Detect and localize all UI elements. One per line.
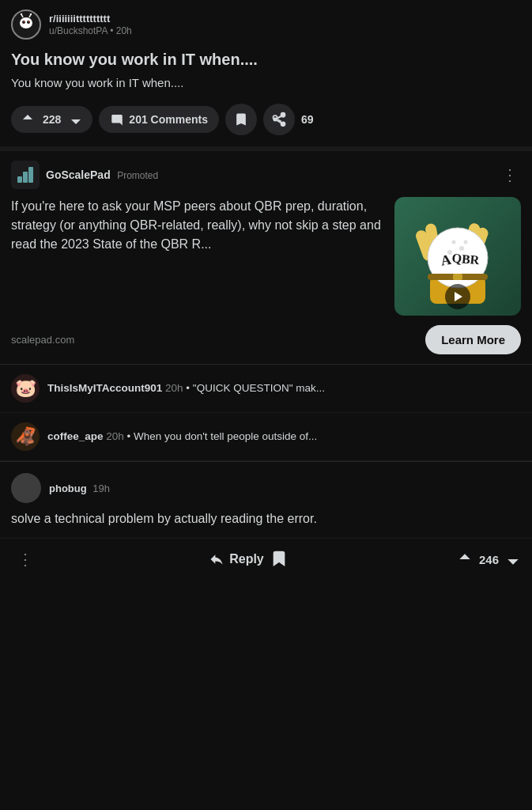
comment-preview-2: When you don't tell people outside of...	[134, 430, 317, 442]
learn-more-button[interactable]: Learn More	[425, 325, 521, 354]
comment-vote-group: 246	[457, 551, 521, 567]
vote-group[interactable]: 228	[11, 106, 92, 133]
comment-vote-count: 246	[479, 553, 499, 566]
comment-avatar-1: 🐷	[11, 374, 40, 403]
ad-footer: scalepad.com Learn More	[11, 325, 521, 354]
brand-name: GoScalePad	[46, 168, 111, 181]
ad-domain: scalepad.com	[11, 334, 74, 346]
post-meta: r/iiiiiiitttttttttt u/BuckshotPA • 20h	[49, 13, 132, 36]
reply-button[interactable]: Reply	[209, 551, 264, 567]
svg-point-25	[459, 246, 464, 251]
comment-row-1[interactable]: 🐷 ThisIsMyITAccount901 20h • "QUICK QUES…	[0, 365, 532, 413]
svg-point-3	[27, 21, 30, 24]
upvote-count: 228	[43, 113, 61, 126]
comment-meta-2: coffee_ape 20h • When you don't tell peo…	[47, 430, 317, 445]
comment-preview-1: "QUICK QUESTION" mak...	[193, 382, 325, 394]
comments-icon	[110, 112, 124, 127]
svg-rect-15	[17, 176, 22, 183]
comment-row-2[interactable]: 🦧 coffee_ape 20h • When you don't tell p…	[0, 413, 532, 461]
comment-time-1: 20h	[165, 382, 183, 394]
save-button[interactable]	[225, 104, 257, 135]
expanded-comment-meta: phobug 19h	[49, 483, 110, 494]
ad-header: GoScalePad Promoted ⋮	[11, 161, 521, 189]
brand-logo-icon	[16, 165, 35, 184]
post-avatar[interactable]	[11, 9, 41, 40]
brand-icon	[11, 161, 40, 189]
reply-group: Reply	[209, 550, 288, 570]
comment-actions: ⋮ Reply 246	[0, 538, 532, 580]
comment-upvote-icon[interactable]	[457, 551, 473, 567]
svg-point-1	[20, 17, 32, 28]
svg-text:QBR: QBR	[451, 251, 480, 267]
comment-time-2: 20h	[106, 430, 124, 442]
share-icon	[271, 112, 287, 127]
post-body: You know you work in IT when....	[0, 74, 532, 97]
svg-point-29	[452, 240, 456, 244]
share-count: 69	[301, 113, 314, 126]
post-title: You know you work in IT when....	[0, 46, 532, 74]
svg-point-5	[28, 21, 29, 22]
downvote-icon[interactable]	[69, 112, 83, 127]
comment-avatar-2: 🦧	[11, 422, 40, 451]
expanded-comment-username: phobug	[49, 483, 87, 494]
ad-image: A QBR	[394, 197, 521, 316]
ad-brand: GoScalePad Promoted	[11, 161, 158, 189]
ad-section: GoScalePad Promoted ⋮ If you're here to …	[0, 151, 532, 365]
expanded-comment-header: phobug 19h	[11, 473, 521, 503]
more-options-button[interactable]: ⋮	[11, 547, 40, 572]
comment-save-icon	[270, 550, 288, 567]
comments-button[interactable]: 201 Comments	[99, 106, 219, 133]
svg-point-2	[22, 21, 25, 24]
play-overlay	[445, 284, 470, 309]
ad-menu-button[interactable]: ⋮	[499, 162, 521, 187]
play-icon	[451, 290, 464, 303]
svg-rect-17	[28, 167, 33, 183]
promoted-badge: Promoted	[117, 170, 158, 181]
svg-marker-35	[455, 292, 462, 301]
expanded-comment-body: solve a technical problem by actually re…	[11, 509, 521, 538]
svg-point-10	[281, 113, 285, 117]
comment-username-2: coffee_ape	[47, 430, 104, 442]
comments-label: 201 Comments	[129, 113, 208, 126]
svg-point-12	[281, 122, 285, 126]
post-header: r/iiiiiiitttttttttt u/BuckshotPA • 20h	[0, 0, 532, 46]
svg-rect-16	[23, 172, 28, 183]
expanded-comment-time: 19h	[92, 483, 110, 494]
post-author-time: u/BuckshotPA • 20h	[49, 25, 132, 36]
svg-point-4	[24, 21, 25, 22]
svg-point-11	[273, 118, 277, 122]
comment-username-1: ThisIsMyITAccount901	[47, 382, 162, 394]
upvote-icon[interactable]	[21, 112, 35, 127]
share-button[interactable]	[263, 104, 295, 135]
reply-label: Reply	[229, 552, 264, 566]
ad-text: If you're here to ask your MSP peers abo…	[11, 197, 385, 316]
expanded-comment: phobug 19h solve a technical problem by …	[0, 461, 532, 538]
comment-downvote-icon[interactable]	[505, 551, 521, 567]
expanded-comment-avatar	[11, 473, 41, 503]
subreddit-name[interactable]: r/iiiiiiitttttttttt	[49, 13, 132, 25]
reply-icon	[209, 551, 224, 567]
action-bar: 228 201 Comments 69	[0, 97, 532, 146]
svg-rect-34	[453, 274, 462, 280]
ad-content: If you're here to ask your MSP peers abo…	[11, 197, 521, 316]
comment-meta-1: ThisIsMyITAccount901 20h • "QUICK QUESTI…	[47, 381, 325, 396]
comment-save-button[interactable]	[270, 550, 288, 570]
save-icon	[233, 112, 249, 127]
svg-point-30	[464, 240, 468, 244]
